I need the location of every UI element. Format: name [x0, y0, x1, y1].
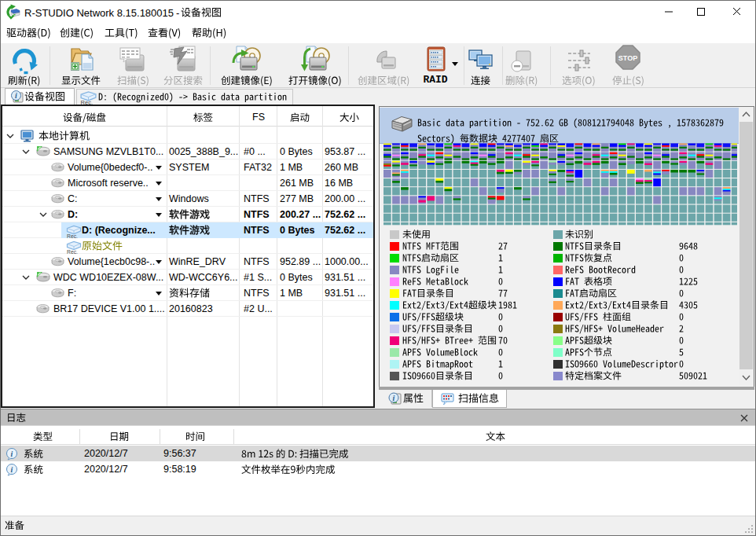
- svg-text:i: i: [11, 465, 13, 474]
- svg-text:i: i: [11, 450, 13, 458]
- svg-text:i: i: [393, 394, 395, 402]
